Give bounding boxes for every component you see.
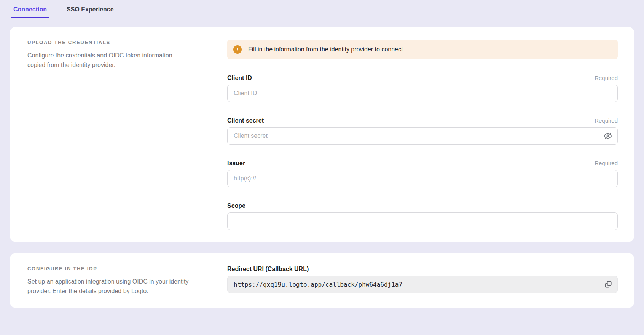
- client-id-input[interactable]: [227, 85, 618, 102]
- alert-circle-icon: !: [233, 45, 242, 54]
- client-id-label: Client ID: [227, 75, 252, 81]
- idp-section-title: CONFIGURE IN THE IDP: [27, 266, 192, 271]
- idp-form: Redirect URI (Callback URL) https://qxq1…: [227, 266, 618, 296]
- credentials-section-title: UPLOAD THE CREDENTIALS: [27, 40, 192, 45]
- redirect-uri-field-group: Redirect URI (Callback URL) https://qxq1…: [227, 266, 618, 293]
- issuer-input-wrap: [227, 170, 618, 187]
- credentials-card: UPLOAD THE CREDENTIALS Configure the cre…: [10, 27, 634, 242]
- redirect-uri-readonly-field: https://qxq19u.logto.app/callback/phw64a…: [227, 276, 618, 293]
- redirect-uri-label: Redirect URI (Callback URL): [227, 266, 309, 273]
- client-secret-field-head: Client secret Required: [227, 117, 618, 124]
- scope-input[interactable]: [227, 212, 618, 230]
- client-secret-field-group: Client secret Required: [227, 117, 618, 145]
- client-secret-input[interactable]: [227, 127, 618, 145]
- scope-input-wrap: [227, 212, 618, 230]
- scope-field-group: Scope: [227, 203, 618, 230]
- scope-label: Scope: [227, 203, 245, 209]
- credentials-form: ! Fill in the information from the ident…: [227, 40, 618, 230]
- client-secret-label: Client secret: [227, 117, 264, 124]
- client-id-required-badge: Required: [595, 75, 618, 81]
- tab-sso-experience[interactable]: SSO Experience: [64, 0, 116, 18]
- tab-bar: Connection SSO Experience: [0, 0, 644, 18]
- copy-redirect-uri-button[interactable]: [601, 277, 615, 292]
- credentials-section-description: Configure the credentials and OIDC token…: [27, 51, 192, 70]
- idp-card: CONFIGURE IN THE IDP Set up an applicati…: [10, 253, 634, 308]
- issuer-field-group: Issuer Required: [227, 160, 618, 187]
- client-id-input-wrap: [227, 85, 618, 102]
- issuer-label: Issuer: [227, 160, 245, 167]
- copy-icon: [604, 280, 612, 289]
- toggle-secret-visibility-button[interactable]: [602, 130, 614, 142]
- scope-field-head: Scope: [227, 203, 618, 209]
- redirect-uri-value: https://qxq19u.logto.app/callback/phw64a…: [234, 281, 601, 288]
- tab-connection[interactable]: Connection: [11, 0, 49, 18]
- issuer-field-head: Issuer Required: [227, 160, 618, 167]
- alert-banner: ! Fill in the information from the ident…: [227, 40, 618, 59]
- credentials-intro: UPLOAD THE CREDENTIALS Configure the cre…: [27, 40, 192, 230]
- client-secret-required-badge: Required: [595, 117, 618, 124]
- client-id-field-group: Client ID Required: [227, 75, 618, 102]
- client-secret-input-wrap: [227, 127, 618, 145]
- client-id-field-head: Client ID Required: [227, 75, 618, 81]
- idp-section-description: Set up an application integration using …: [27, 277, 192, 296]
- redirect-uri-field-head: Redirect URI (Callback URL): [227, 266, 618, 273]
- issuer-input[interactable]: [227, 170, 618, 187]
- issuer-required-badge: Required: [595, 160, 618, 166]
- alert-message: Fill in the information from the identit…: [248, 46, 405, 53]
- eye-off-icon: [603, 131, 612, 140]
- idp-intro: CONFIGURE IN THE IDP Set up an applicati…: [27, 266, 192, 296]
